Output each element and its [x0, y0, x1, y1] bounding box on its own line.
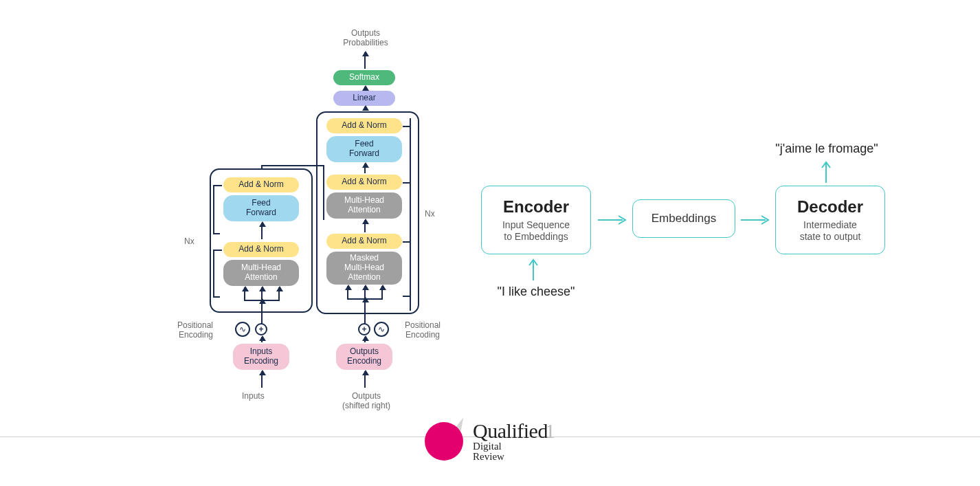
transformer-architecture-diagram: Outputs Probabilities Softmax Linear Add…: [27, 14, 440, 426]
enc-posenc-wave-icon: ∿: [235, 322, 250, 337]
cross-b: [261, 165, 323, 166]
brand-number: 1: [545, 421, 555, 441]
brand-logo: [425, 422, 466, 461]
res-enc-2c: [213, 185, 222, 186]
inputs-embedding: Inputs Encoding: [233, 344, 289, 370]
arrow-right-2-icon: [741, 214, 771, 225]
enc-fanin-1: [244, 287, 245, 300]
res-dec-long: [410, 118, 411, 311]
arrow-up-icon: [821, 159, 832, 183]
arrow-to-output: [364, 52, 366, 69]
outputs-shifted-label: Outputs(shifted right): [335, 392, 397, 411]
linear-block: Linear: [333, 91, 395, 106]
res-dec-d: [403, 296, 411, 297]
res-dec-c: [403, 241, 411, 243]
enc-feedforward: Feed Forward: [223, 195, 299, 221]
enc-mha: Multi-Head Attention: [223, 260, 299, 286]
brand-text: Qualified 1 Digital Review: [473, 421, 555, 462]
embeddings-box: Embeddings: [632, 199, 735, 238]
dec-posenc-add-icon: +: [358, 323, 370, 335]
arr-dec-mha: [364, 220, 366, 232]
arr-enc-ff: [261, 223, 263, 239]
inputs-label: Inputs: [242, 392, 265, 401]
page-footer: Qualified 1 Digital Review: [0, 437, 980, 478]
arr-out-bottom: [364, 371, 366, 388]
dec-posenc-wave-icon: ∿: [374, 322, 389, 337]
dec-masked-mha: Masked Multi-Head Attention: [326, 252, 402, 285]
decoder-subtitle: Intermediate state to output: [800, 219, 861, 243]
arr-enc-in: [261, 300, 263, 324]
enc-fanin-3: [278, 287, 280, 300]
dec-fanin-3: [381, 286, 383, 298]
arrow-right-1-icon: [598, 214, 628, 225]
res-enc-1b: [213, 250, 214, 296]
brand-line2: Review: [473, 452, 555, 462]
embeddings-label: Embeddings: [652, 212, 717, 225]
arr-sm-lin: [364, 87, 366, 89]
arr-ie: [261, 337, 263, 342]
res-enc-2b: [213, 185, 214, 233]
dec-addnorm-2: Add & Norm: [326, 175, 402, 190]
decoder-title: Decoder: [797, 197, 863, 217]
arr-dec-ff: [364, 164, 366, 173]
outputs-probabilities-label: Outputs Probabilities: [328, 29, 403, 48]
res-enc-2a: [213, 233, 220, 234]
res-enc-1c: [213, 250, 222, 251]
softmax-block: Softmax: [333, 70, 395, 85]
enc-addnorm-1: Add & Norm: [223, 242, 299, 257]
outputs-embedding: Outputs Encoding: [336, 344, 392, 370]
encoder-decoder-flow-diagram: "j'aime le fromage" Encoder Input Sequen…: [481, 96, 921, 406]
dec-addnorm-3: Add & Norm: [326, 118, 402, 133]
nx-left-label: Nx: [184, 237, 194, 247]
brand-name: Qualified: [473, 421, 548, 441]
enc-posenc-add-icon: +: [255, 323, 267, 335]
encoder-box: Encoder Input Sequence to Embeddings: [481, 186, 591, 254]
posenc-left-label: Positional Encoding: [165, 321, 213, 340]
nx-right-label: Nx: [425, 210, 435, 219]
brand-line1: Digital: [473, 441, 555, 452]
arrow-up-2-icon: [528, 257, 539, 280]
res-dec-a: [403, 126, 411, 127]
posenc-right-label: Positional Encoding: [399, 321, 447, 340]
arr-oe: [364, 337, 366, 342]
dec-addnorm-1: Add & Norm: [326, 234, 402, 249]
res-enc-1a: [213, 296, 220, 298]
output-translation-text: "j'aime le fromage": [748, 142, 906, 156]
input-phrase-text: "I like cheese": [481, 285, 591, 299]
arr-lin-dec: [364, 107, 366, 111]
encoder-subtitle: Input Sequence to Embeddings: [502, 219, 570, 243]
cross-c: [323, 165, 324, 220]
decoder-box: Decoder Intermediate state to output: [775, 186, 885, 254]
arr-dec-in: [364, 298, 366, 324]
logo-circle-icon: [425, 422, 463, 461]
res-dec-b: [403, 182, 411, 184]
dec-mha: Multi-Head Attention: [326, 192, 402, 219]
dec-feedforward: Feed Forward: [326, 136, 402, 162]
enc-addnorm-2: Add & Norm: [223, 177, 299, 192]
arr-in-bottom: [261, 371, 263, 388]
encoder-title: Encoder: [503, 197, 569, 217]
dec-fanin-1: [347, 286, 348, 298]
